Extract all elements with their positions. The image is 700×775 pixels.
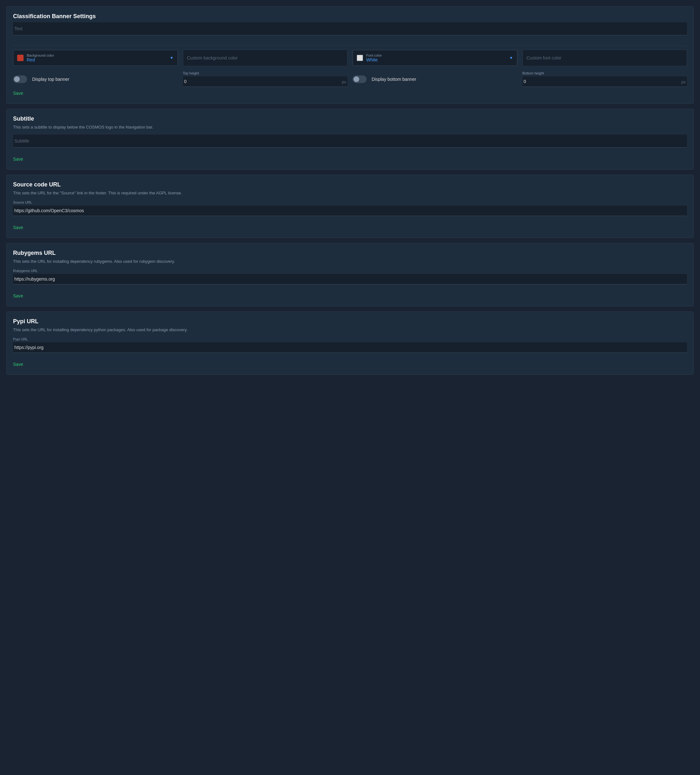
font-color-select[interactable]: Font color White ▼ bbox=[352, 50, 517, 66]
pypi-title: Pypi URL bbox=[13, 318, 687, 325]
rubygems-save-button[interactable]: Save bbox=[13, 292, 23, 300]
pypi-desc: This sets the URL for installing depende… bbox=[13, 328, 687, 332]
font-color-swatch bbox=[357, 55, 363, 61]
top-px-label: px bbox=[342, 80, 346, 84]
bottom-height-input[interactable] bbox=[522, 77, 687, 87]
source-url-input[interactable] bbox=[13, 206, 687, 216]
bottom-banner-label: Display bottom banner bbox=[372, 77, 416, 82]
rubygems-title: Rubygems URL bbox=[13, 250, 687, 256]
pypi-url-input[interactable] bbox=[13, 342, 687, 353]
pypi-save-button[interactable]: Save bbox=[13, 361, 23, 368]
source-save-button[interactable]: Save bbox=[13, 224, 23, 231]
classification-banner-section: Classification Banner Settings Backgroun… bbox=[7, 7, 693, 104]
font-color-col: Font color White ▼ bbox=[352, 50, 517, 66]
source-code-section: Source code URL This sets the URL for th… bbox=[7, 175, 693, 238]
banner-title: Classification Banner Settings bbox=[13, 13, 687, 20]
custom-font-col bbox=[522, 50, 687, 66]
custom-bg-input[interactable] bbox=[183, 50, 348, 66]
bg-color-col: Background color Red ▼ bbox=[13, 50, 178, 66]
source-code-title: Source code URL bbox=[13, 181, 687, 188]
pypi-url-group: Pypi URL bbox=[13, 337, 687, 353]
bg-color-select[interactable]: Background color Red ▼ bbox=[13, 50, 178, 66]
font-color-value: White bbox=[366, 57, 506, 62]
rubygems-section: Rubygems URL This sets the URL for insta… bbox=[7, 243, 693, 306]
rubygems-url-label: Rubygems URL bbox=[13, 269, 687, 273]
banner-text-group bbox=[13, 22, 687, 40]
bg-color-value: Red bbox=[27, 57, 167, 62]
top-height-input[interactable] bbox=[183, 77, 348, 87]
pypi-section: Pypi URL This sets the URL for installin… bbox=[7, 311, 693, 375]
subtitle-title: Subtitle bbox=[13, 115, 687, 122]
toggle-row: Display top banner Top height px Display… bbox=[13, 71, 687, 87]
divider bbox=[13, 45, 687, 46]
color-row: Background color Red ▼ Font color White … bbox=[13, 50, 687, 66]
subtitle-save-button[interactable]: Save bbox=[13, 155, 23, 163]
chevron-down-icon: ▼ bbox=[170, 56, 174, 60]
bottom-height-label: Bottom height bbox=[522, 71, 687, 75]
bg-color-text: Background color Red bbox=[27, 53, 167, 62]
top-height-field: px bbox=[183, 77, 348, 87]
top-banner-label: Display top banner bbox=[32, 77, 69, 82]
chevron-down-icon: ▼ bbox=[509, 56, 513, 60]
bottom-height-field: px bbox=[522, 77, 687, 87]
banner-save-button[interactable]: Save bbox=[13, 90, 23, 97]
bottom-banner-toggle[interactable] bbox=[352, 75, 367, 83]
subtitle-desc: This sets a subtitle to display below th… bbox=[13, 125, 687, 130]
custom-font-input[interactable] bbox=[522, 50, 687, 66]
source-code-desc: This sets the URL for the "Source" link … bbox=[13, 191, 687, 195]
bottom-banner-section: Display bottom banner bbox=[352, 75, 517, 83]
subtitle-section: Subtitle This sets a subtitle to display… bbox=[7, 109, 693, 170]
source-url-group: Source URL bbox=[13, 200, 687, 216]
top-toggle-slider bbox=[13, 75, 27, 83]
custom-bg-col bbox=[183, 50, 348, 66]
rubygems-url-group: Rubygems URL bbox=[13, 269, 687, 284]
font-color-label: Font color bbox=[366, 53, 506, 57]
pypi-url-label: Pypi URL bbox=[13, 337, 687, 341]
bottom-px-label: px bbox=[681, 80, 686, 84]
top-banner-section: Display top banner bbox=[13, 75, 178, 83]
bg-color-swatch bbox=[17, 55, 23, 61]
top-height-col: Top height px bbox=[183, 71, 348, 87]
top-banner-toggle[interactable] bbox=[13, 75, 27, 83]
source-url-label: Source URL bbox=[13, 200, 687, 204]
bottom-toggle-slider bbox=[352, 75, 367, 83]
top-height-label: Top height bbox=[183, 71, 348, 75]
bg-color-label: Background color bbox=[27, 53, 167, 57]
bottom-height-col: Bottom height px bbox=[522, 71, 687, 87]
rubygems-desc: This sets the URL for installing depende… bbox=[13, 259, 687, 264]
banner-text-input[interactable] bbox=[13, 22, 687, 35]
subtitle-input[interactable] bbox=[13, 135, 687, 148]
font-color-text: Font color White bbox=[366, 53, 506, 62]
rubygems-url-input[interactable] bbox=[13, 274, 687, 284]
